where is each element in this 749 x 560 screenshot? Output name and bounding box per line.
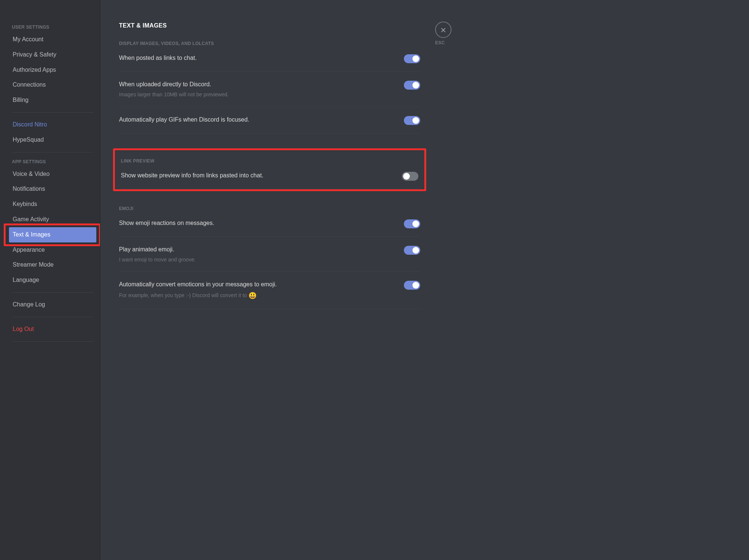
section-header-link-preview: LINK PREVIEW (121, 158, 418, 164)
sidebar-item-connections[interactable]: Connections (9, 77, 96, 93)
sidebar-item-text-images[interactable]: Text & Images (9, 227, 96, 242)
sidebar-item-voice-video[interactable]: Voice & Video (9, 167, 96, 182)
close-button[interactable] (435, 22, 451, 38)
settings-content: TEXT & IMAGES DISPLAY IMAGES, VIDEOS, AN… (100, 0, 435, 347)
setting-desc: For example, when you type :-) Discord w… (119, 291, 396, 300)
setting-desc: I want emoji to move and groove. (119, 256, 396, 264)
smile-emoji-icon: 😃 (248, 291, 257, 300)
sidebar-item-notifications[interactable]: Notifications (9, 181, 96, 197)
sidebar-separator (12, 317, 93, 317)
setting-autoplay-gifs: Automatically play GIFs when Discord is … (119, 115, 420, 133)
page-title: TEXT & IMAGES (119, 22, 420, 29)
sidebar-separator (12, 292, 93, 293)
toggle-links-to-chat[interactable] (404, 54, 420, 63)
sidebar-item-hypesquad[interactable]: HypeSquad (9, 132, 96, 148)
toggle-animated-emoji[interactable] (404, 246, 420, 255)
setting-title: When uploaded directly to Discord. (119, 80, 396, 89)
toggle-emoji-reactions[interactable] (404, 219, 420, 228)
setting-title: Play animated emoji. (119, 245, 396, 254)
setting-uploaded-directly: When uploaded directly to Discord. Image… (119, 80, 420, 107)
sidebar-item-appearance[interactable]: Appearance (9, 242, 96, 258)
sidebar-item-streamer-mode[interactable]: Streamer Mode (9, 257, 96, 273)
close-label: ESC (435, 40, 459, 45)
sidebar-item-discord-nitro[interactable]: Discord Nitro (9, 117, 96, 132)
setting-convert-emoticons: Automatically convert emoticons in your … (119, 280, 420, 309)
close-icon (440, 26, 447, 33)
sidebar-item-privacy-safety[interactable]: Privacy & Safety (9, 47, 96, 62)
setting-title: When posted as links to chat. (119, 54, 396, 62)
setting-title: Show website preview info from links pas… (121, 171, 395, 180)
section-header-emoji: EMOJI (119, 206, 420, 211)
toggle-autoplay-gifs[interactable] (404, 116, 420, 125)
toggle-uploaded-directly[interactable] (404, 81, 420, 90)
sidebar-item-authorized-apps[interactable]: Authorized Apps (9, 62, 96, 78)
toggle-convert-emoticons[interactable] (404, 281, 420, 290)
sidebar-header-app-settings: APP SETTINGS (9, 157, 96, 167)
sidebar-item-keybinds[interactable]: Keybinds (9, 197, 96, 212)
setting-desc: Images larger than 10MB will not be prev… (119, 91, 396, 99)
setting-title: Show emoji reactions on messages. (119, 219, 396, 228)
sidebar-item-change-log[interactable]: Change Log (9, 297, 96, 312)
close-area: ESC (435, 0, 465, 347)
sidebar-item-my-account[interactable]: My Account (9, 32, 96, 47)
setting-title: Automatically convert emoticons in your … (119, 280, 396, 289)
setting-emoji-reactions: Show emoji reactions on messages. (119, 219, 420, 237)
sidebar-header-user-settings: USER SETTINGS (9, 22, 96, 32)
sidebar-item-game-activity[interactable]: Game Activity (9, 212, 96, 227)
setting-link-preview: Show website preview info from links pas… (121, 171, 418, 189)
sidebar-item-billing[interactable]: Billing (9, 93, 96, 108)
section-header-display: DISPLAY IMAGES, VIDEOS, AND LOLCATS (119, 41, 420, 46)
setting-animated-emoji: Play animated emoji. I want emoji to mov… (119, 245, 420, 272)
annotation-highlight-link-preview: LINK PREVIEW Show website preview info f… (113, 148, 426, 191)
sidebar-separator (12, 152, 93, 152)
toggle-link-preview[interactable] (402, 172, 418, 181)
setting-title: Automatically play GIFs when Discord is … (119, 115, 396, 124)
sidebar-item-language[interactable]: Language (9, 273, 96, 288)
sidebar-item-log-out[interactable]: Log Out (9, 322, 96, 337)
settings-sidebar: USER SETTINGS My Account Privacy & Safet… (0, 0, 100, 560)
sidebar-separator (12, 112, 93, 113)
sidebar-separator (12, 341, 93, 342)
setting-links-to-chat: When posted as links to chat. (119, 54, 420, 72)
